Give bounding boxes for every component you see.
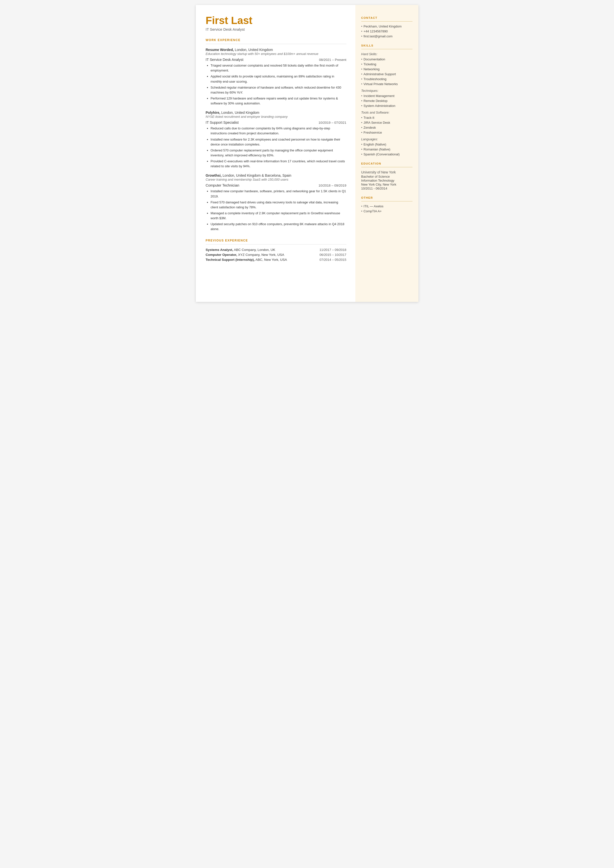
company-name-2: Polyhire, <box>206 110 220 115</box>
job-dates-3: 10/2018 – 09/2019 <box>318 183 346 187</box>
job-header-3: Computer Technician 10/2018 – 09/2019 <box>206 183 346 187</box>
lang-spanish: Spanish (Conversational) <box>361 152 412 156</box>
tool-freshservice: Freshservice <box>361 130 412 134</box>
bullet-1-4: Performed 129 hardware and software repa… <box>211 96 346 106</box>
prev-title-rest-3: ABC, New York, USA <box>256 258 287 262</box>
lang-romanian: Romanian (Native) <box>361 148 412 151</box>
skill-ticketing: Ticketing <box>361 62 412 66</box>
skill-documentation: Documentation <box>361 57 412 61</box>
candidate-title: IT Service Desk Analyst <box>206 27 346 31</box>
skill-sys-admin: System Administration <box>361 104 412 108</box>
job-block-3: Growthsi, London, United Kingdom & Barce… <box>206 173 346 231</box>
skill-admin-support: Administrative Support <box>361 72 412 76</box>
prev-title-bold-3: Technical Support (Internship), <box>206 258 255 262</box>
prev-title-bold-1: Systems Analyst, <box>206 248 233 252</box>
bullet-3-1: Installed new computer hardware, softwar… <box>211 189 346 199</box>
company-name-1: Resume Worded, <box>206 48 234 52</box>
prev-exp-dates-2: 06/2015 – 10/2017 <box>319 253 346 256</box>
languages-label: Languages: <box>361 137 412 141</box>
bullet-2-1: Reduced calls due to customer complaints… <box>211 126 346 136</box>
previous-experience-heading: PREVIOUS EXPERIENCE <box>206 239 346 242</box>
prev-exp-left-3: Technical Support (Internship), ABC, New… <box>206 258 287 262</box>
bullet-2-4: Provided C-executives with real-time inf… <box>211 159 346 169</box>
job-dates-1: 08/2021 – Present <box>319 58 346 62</box>
job-bullets-1: Triaged several customer complaints and … <box>206 63 346 106</box>
company-location-2: London, United Kingdom <box>221 110 259 115</box>
job-title-3: Computer Technician <box>206 183 239 187</box>
job-block-2: Polyhire, London, United Kingdom NYSE-li… <box>206 110 346 169</box>
edu-field: Information Technology <box>361 179 412 182</box>
header-section: First Last IT Service Desk Analyst <box>206 15 346 31</box>
prev-exp-dates-3: 07/2014 – 05/2015 <box>319 258 346 262</box>
prev-title-rest-1: ABC Company, London, UK <box>234 248 275 252</box>
company-desc-2: NYSE-listed recruitment and employer bra… <box>206 115 346 118</box>
prev-exp-row-3: Technical Support (Internship), ABC, New… <box>206 258 346 262</box>
prev-title-bold-2: Computer Operator, <box>206 253 237 256</box>
edu-school: University of New York <box>361 170 412 174</box>
skill-incident-mgmt: Incident Management <box>361 94 412 98</box>
job-block-1: Resume Worded, London, United Kingdom Ed… <box>206 48 346 106</box>
other-divider <box>361 201 412 202</box>
prev-exp-left-2: Computer Operator, XYZ Company, New York… <box>206 253 284 256</box>
prev-exp-left-1: Systems Analyst, ABC Company, London, UK <box>206 248 275 252</box>
tool-zendesk: Zendesk <box>361 126 412 129</box>
company-line-1: Resume Worded, London, United Kingdom <box>206 48 346 52</box>
other-comptia: CompTIA A+ <box>361 209 412 213</box>
bullet-1-1: Triaged several customer complaints and … <box>211 63 346 73</box>
job-title-1: IT Service Desk Analyst <box>206 57 243 62</box>
tool-jira: JIRA Service Desk <box>361 121 412 124</box>
company-location-3: London, United Kingdom & Barcelona, Spai… <box>223 174 291 177</box>
main-column: First Last IT Service Desk Analyst WORK … <box>196 5 355 302</box>
candidate-name: First Last <box>206 15 346 26</box>
skill-remote-desktop: Remote Desktop <box>361 99 412 103</box>
prev-exp-row-2: Computer Operator, XYZ Company, New York… <box>206 253 346 256</box>
company-line-2: Polyhire, London, United Kingdom <box>206 110 346 115</box>
job-bullets-3: Installed new computer hardware, softwar… <box>206 189 346 231</box>
work-experience-heading: WORK EXPERIENCE <box>206 38 346 42</box>
skill-vpn: Virtual Private Networks <box>361 82 412 86</box>
sidebar: CONTACT Peckham, United Kingdom +44 1234… <box>355 5 419 302</box>
prev-exp-row-1: Systems Analyst, ABC Company, London, UK… <box>206 248 346 252</box>
bullet-2-2: Installed new software for 2.3K employee… <box>211 137 346 147</box>
job-header-2: IT Support Specialist 10/2019 – 07/2021 <box>206 121 346 124</box>
job-title-2: IT Support Specialist <box>206 121 239 124</box>
other-heading: OTHER <box>361 196 412 199</box>
skills-heading: SKILLS <box>361 44 412 47</box>
resume-container: First Last IT Service Desk Analyst WORK … <box>196 5 419 302</box>
techniques-label: Techniques: <box>361 89 412 93</box>
edu-location: New York City, New York <box>361 183 412 186</box>
contact-phone: +44 1234567890 <box>361 30 412 33</box>
contact-email: first.last@gmail.com <box>361 34 412 38</box>
contact-heading: CONTACT <box>361 16 412 19</box>
contact-divider <box>361 21 412 22</box>
company-line-3: Growthsi, London, United Kingdom & Barce… <box>206 173 346 178</box>
prev-title-rest-2: XYZ Company, New York, USA <box>238 253 284 256</box>
job-header-1: IT Service Desk Analyst 08/2021 – Presen… <box>206 57 346 62</box>
other-itil: ITIL — Axelos <box>361 204 412 208</box>
skill-troubleshooting: Troubleshooting <box>361 77 412 81</box>
company-name-3: Growthsi, <box>206 174 222 177</box>
bullet-3-3: Managed a complete inventory of 2.9K com… <box>211 211 346 221</box>
company-desc-1: Education technology startup with 50+ em… <box>206 52 346 56</box>
prev-exp-dates-1: 11/2017 – 09/2018 <box>319 248 346 252</box>
job-dates-2: 10/2019 – 07/2021 <box>318 121 346 124</box>
education-heading: EDUCATION <box>361 162 412 165</box>
company-location-1: London, United Kingdom <box>235 48 273 52</box>
contact-address: Peckham, United Kingdom <box>361 25 412 28</box>
skill-networking: Networking <box>361 67 412 71</box>
bullet-3-4: Updated security patches on 910 office c… <box>211 222 346 231</box>
tool-trackit: Track-It <box>361 116 412 120</box>
bullet-1-3: Scheduled regular maintenance of hardwar… <box>211 85 346 95</box>
bullet-2-3: Ordered 570 computer replacement parts b… <box>211 148 346 158</box>
tools-label: Tools and Software: <box>361 110 412 114</box>
bullet-3-2: Fixed 570 damaged hard drives using data… <box>211 200 346 210</box>
hard-skills-label: Hard Skills: <box>361 52 412 56</box>
edu-degree: Bachelor of Science <box>361 175 412 179</box>
bullet-1-2: Applied social skills to provide rapid s… <box>211 74 346 84</box>
company-desc-3: Career training and membership SaaS with… <box>206 178 346 182</box>
job-bullets-2: Reduced calls due to customer complaints… <box>206 126 346 169</box>
lang-english: English (Native) <box>361 143 412 146</box>
edu-dates: 10/2011 - 06/2014 <box>361 186 412 190</box>
previous-experience-list: Systems Analyst, ABC Company, London, UK… <box>206 248 346 262</box>
